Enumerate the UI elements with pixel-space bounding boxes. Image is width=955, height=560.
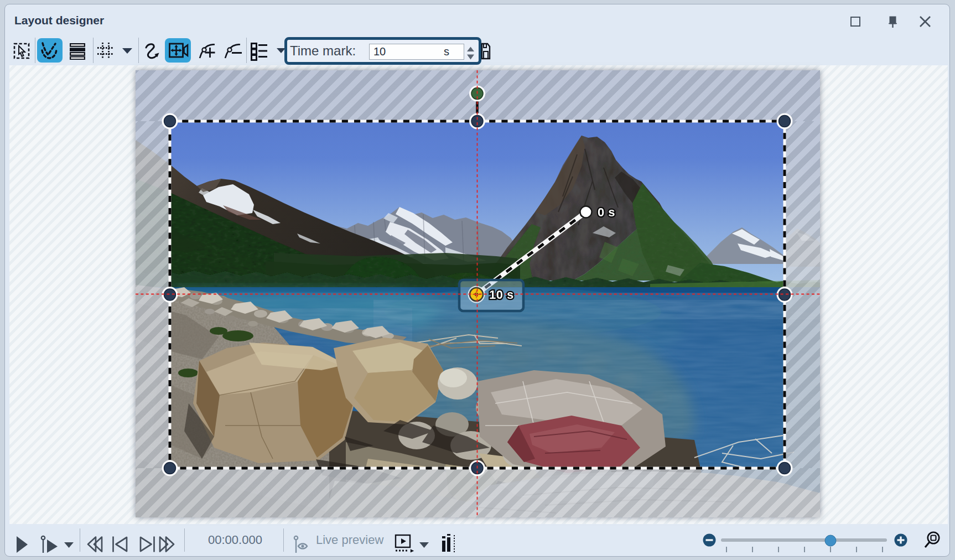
svg-text:0 s: 0 s: [598, 205, 615, 219]
svg-text:10 s: 10 s: [489, 288, 514, 302]
